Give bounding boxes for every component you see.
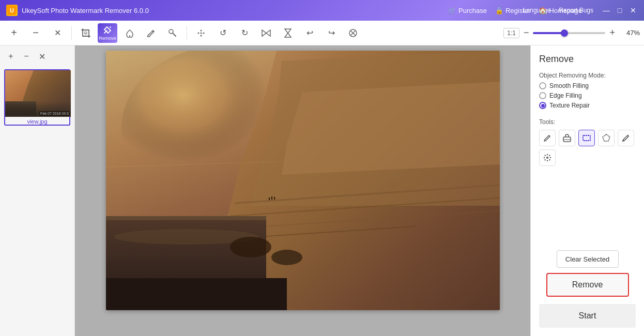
cart-icon: 🛒: [448, 7, 456, 14]
ink-tool-button[interactable]: [618, 130, 634, 146]
texture-radio-dot: [541, 104, 545, 108]
mode-section: Object Removing Mode: Smooth Filling Edg…: [539, 72, 636, 111]
svg-point-48: [549, 159, 550, 160]
close-button[interactable]: ✕: [628, 6, 638, 15]
svg-point-49: [549, 155, 550, 156]
tools-section: Tools:: [539, 118, 636, 166]
zoom-in-button[interactable]: +: [609, 27, 615, 38]
thumbnail-image: Feb 07 2018 04:3: [5, 70, 71, 117]
edge-filling-option[interactable]: Edge Filling: [539, 92, 636, 99]
zoom-slider[interactable]: [533, 32, 605, 34]
panel-remove-button[interactable]: −: [20, 50, 33, 63]
main-content: + − ✕: [0, 45, 644, 336]
tools-grid: [539, 130, 636, 166]
magic-tool-button[interactable]: [539, 149, 556, 166]
clear-selected-wrapper: Clear Selected: [539, 250, 636, 268]
svg-point-44: [547, 160, 548, 161]
remove-tool-label: Remove: [99, 36, 116, 41]
remove-tool-button[interactable]: Remove: [98, 23, 117, 43]
flip-h-button[interactable]: [256, 23, 276, 43]
toolbar-separator-1: [71, 26, 72, 40]
svg-point-5: [201, 29, 202, 31]
canvas-area[interactable]: [75, 45, 530, 336]
add-panel-button[interactable]: +: [4, 23, 24, 43]
redo-button[interactable]: ↪: [321, 23, 341, 43]
svg-point-36: [271, 250, 302, 265]
eraser-tool-button[interactable]: [559, 130, 575, 146]
tools-section-label: Tools:: [539, 118, 636, 126]
crop-tool-button[interactable]: [76, 23, 96, 43]
zoom-percent-label: 47%: [619, 29, 640, 37]
mode-radio-group: Smooth Filling Edge Filling Texture Repa…: [539, 82, 636, 109]
right-panel: Remove Object Removing Mode: Smooth Fill…: [530, 45, 644, 336]
svg-point-7: [198, 32, 200, 34]
clear-selected-button[interactable]: Clear Selected: [557, 250, 619, 268]
close-panel-button[interactable]: ✕: [48, 23, 67, 43]
zoom-out-button[interactable]: −: [524, 27, 529, 38]
left-panel: + − ✕: [0, 45, 75, 336]
remove-panel-button[interactable]: −: [26, 23, 45, 43]
svg-marker-12: [285, 33, 291, 37]
svg-point-50: [545, 159, 546, 160]
edge-radio-circle: [539, 92, 546, 99]
key-tool-button[interactable]: [163, 23, 182, 43]
svg-text:U: U: [10, 7, 14, 13]
homepage-link[interactable]: 🏠 Homepage: [539, 7, 582, 14]
zoom-ratio-label[interactable]: 1:1: [503, 28, 519, 38]
panel-add-button[interactable]: +: [4, 50, 18, 63]
home-icon: 🏠: [539, 7, 547, 14]
pencil-tool-button[interactable]: [539, 130, 556, 146]
svg-rect-27: [106, 216, 266, 220]
register-link[interactable]: 🔒 Register: [495, 7, 530, 14]
texture-radio-circle: [539, 102, 546, 109]
pattern-tool-button[interactable]: [191, 23, 211, 43]
remove-button-wrapper: Remove: [539, 273, 636, 297]
panel-title: Remove: [539, 54, 636, 65]
texture-repair-option[interactable]: Texture Repair: [539, 102, 636, 109]
svg-marker-40: [603, 134, 610, 141]
svg-point-8: [203, 32, 205, 34]
minimize-button[interactable]: —: [602, 6, 611, 15]
window-controls: — □ ✕: [602, 6, 638, 15]
svg-rect-32: [269, 197, 270, 200]
smooth-radio-circle: [539, 82, 546, 89]
title-bar: U UkeySoft Photo Watermark Remover 6.0.0…: [0, 0, 644, 21]
edge-filling-label: Edge Filling: [549, 92, 582, 99]
lock-icon: 🔒: [495, 7, 503, 14]
texture-repair-label: Texture Repair: [549, 102, 590, 109]
svg-point-6: [201, 35, 202, 36]
panel-close-button[interactable]: ✕: [35, 50, 49, 63]
start-button[interactable]: Start: [539, 304, 636, 328]
panel-file-controls: + − ✕: [4, 50, 70, 63]
svg-point-43: [547, 154, 548, 155]
smooth-filling-option[interactable]: Smooth Filling: [539, 82, 636, 89]
svg-rect-34: [274, 197, 275, 200]
poly-select-tool-button[interactable]: [598, 130, 615, 146]
svg-point-42: [546, 157, 548, 159]
app-logo: U: [6, 5, 18, 16]
thumbnail-date: Feb 07 2018 04:3: [39, 111, 70, 116]
toolbar-separator-2: [187, 26, 187, 40]
brush-tool-button[interactable]: [141, 23, 161, 43]
spacer: [539, 171, 636, 245]
maximize-button[interactable]: □: [615, 6, 624, 15]
flip-v-button[interactable]: [278, 23, 298, 43]
undo-button[interactable]: ↩: [300, 23, 319, 43]
zoom-controls: 1:1 − + 47%: [503, 27, 640, 38]
svg-rect-39: [583, 135, 590, 141]
remove-button[interactable]: Remove: [546, 273, 629, 297]
clear-canvas-button[interactable]: [343, 23, 363, 43]
smooth-filling-label: Smooth Filling: [549, 82, 589, 89]
photo-canvas[interactable]: [106, 51, 500, 310]
svg-rect-37: [106, 278, 287, 310]
rotate-ccw-button[interactable]: ↺: [213, 23, 233, 43]
fill-tool-button[interactable]: [119, 23, 139, 43]
rotate-cw-button[interactable]: ↻: [235, 23, 254, 43]
thumbnail-view-jpg[interactable]: Feb 07 2018 04:3 view.jpg: [4, 69, 70, 126]
main-toolbar: + − ✕ Remove: [0, 21, 644, 45]
purchase-link[interactable]: 🛒 Purchase: [448, 7, 487, 14]
svg-point-35: [230, 237, 271, 257]
svg-point-46: [550, 157, 551, 158]
svg-marker-10: [266, 30, 270, 36]
rect-select-tool-button[interactable]: [578, 130, 595, 146]
